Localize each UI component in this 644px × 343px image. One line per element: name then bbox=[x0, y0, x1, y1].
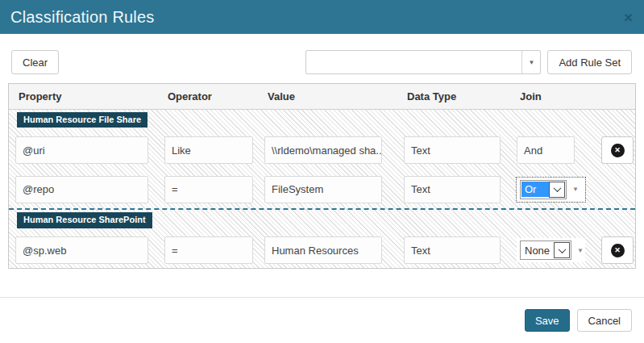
value-field[interactable]: FileSystem bbox=[264, 176, 382, 203]
rule-group-header: Human Resource File Share bbox=[9, 110, 635, 130]
delete-icon: ✕ bbox=[611, 144, 625, 157]
add-rule-set-button[interactable]: Add Rule Set bbox=[547, 50, 632, 74]
dialog-footer: Save Cancel bbox=[0, 297, 644, 343]
join-select-box[interactable]: Or bbox=[520, 180, 567, 199]
table-body: Human Resource File Share @uri Like \\rl… bbox=[9, 110, 635, 268]
ruleset-combobox-value[interactable] bbox=[306, 51, 521, 73]
rules-table: Property Operator Value Data Type Join H… bbox=[8, 83, 636, 269]
data-type-field[interactable]: Text bbox=[404, 176, 501, 203]
join-selected-value[interactable]: None bbox=[521, 243, 554, 258]
save-button[interactable]: Save bbox=[525, 309, 570, 332]
operator-field[interactable]: = bbox=[164, 236, 253, 264]
join-select[interactable]: None ▼ bbox=[517, 238, 585, 262]
chevron-down-icon bbox=[553, 184, 561, 192]
join-select-box[interactable]: None bbox=[520, 241, 571, 260]
cancel-button[interactable]: Cancel bbox=[577, 309, 632, 332]
column-header-operator: Operator bbox=[164, 90, 253, 102]
classification-rules-dialog: Classification Rules × Clear ▼ Add Rule … bbox=[0, 0, 644, 343]
dialog-titlebar: Classification Rules × bbox=[0, 0, 644, 34]
property-field[interactable]: @uri bbox=[15, 136, 148, 164]
table-row: @uri Like \\rldemo\managed sha... Text A… bbox=[9, 130, 635, 170]
value-field[interactable]: Human Resources bbox=[264, 236, 382, 264]
close-icon[interactable]: × bbox=[624, 10, 633, 25]
operator-field[interactable]: Like bbox=[164, 136, 253, 164]
column-header-join: Join bbox=[517, 90, 585, 102]
select-arrow-button[interactable] bbox=[549, 182, 565, 198]
chevron-down-icon[interactable]: ▼ bbox=[577, 247, 584, 254]
group-badge-file-share: Human Resource File Share bbox=[17, 112, 147, 128]
chevron-down-icon[interactable]: ▼ bbox=[521, 51, 540, 73]
delete-rule-button[interactable]: ✕ bbox=[601, 136, 634, 164]
select-arrow-button[interactable] bbox=[554, 242, 570, 258]
join-field[interactable]: And bbox=[517, 136, 575, 164]
property-field[interactable]: @repo bbox=[15, 176, 148, 203]
property-field[interactable]: @sp.web bbox=[15, 236, 148, 264]
chevron-down-icon bbox=[558, 245, 566, 253]
column-header-property: Property bbox=[15, 90, 148, 102]
join-selected-value[interactable]: Or bbox=[521, 182, 549, 197]
toolbar: Clear ▼ Add Rule Set bbox=[11, 50, 632, 74]
dialog-title: Classification Rules bbox=[10, 8, 155, 27]
column-header-data-type: Data Type bbox=[404, 90, 501, 102]
value-field[interactable]: \\rldemo\managed sha... bbox=[264, 136, 382, 164]
operator-field[interactable]: = bbox=[164, 176, 253, 203]
table-row: @repo = FileSystem Text Or ▼ bbox=[9, 170, 635, 208]
rule-group-header: Human Resource SharePoint bbox=[9, 210, 635, 231]
table-row: @sp.web = Human Resources Text None ▼ bbox=[9, 231, 635, 270]
table-header-row: Property Operator Value Data Type Join bbox=[9, 84, 635, 110]
delete-icon: ✕ bbox=[611, 244, 625, 257]
group-badge-sharepoint: Human Resource SharePoint bbox=[17, 212, 152, 228]
clear-button[interactable]: Clear bbox=[11, 50, 59, 74]
chevron-down-icon[interactable]: ▼ bbox=[572, 186, 579, 193]
ruleset-combobox[interactable]: ▼ bbox=[305, 50, 541, 74]
delete-rule-button[interactable]: ✕ bbox=[601, 236, 634, 264]
join-select[interactable]: Or ▼ bbox=[517, 178, 585, 202]
column-header-value: Value bbox=[264, 90, 382, 102]
data-type-field[interactable]: Text bbox=[404, 236, 501, 264]
data-type-field[interactable]: Text bbox=[404, 136, 501, 164]
